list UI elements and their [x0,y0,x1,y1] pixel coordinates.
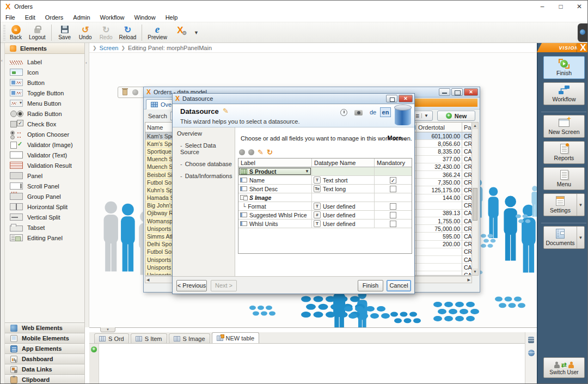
field-row-short-desc[interactable]: Short Desc TeText long [238,185,412,193]
horizontal-scrollbar-left[interactable]: ◀ [145,276,175,283]
ordertotal-cell[interactable]: 8,056.60 [416,140,462,148]
scroll-up-icon[interactable]: ▲ [472,123,478,129]
minimize-button[interactable] [439,88,450,96]
close-button[interactable]: ✕ [570,1,588,13]
more-link[interactable]: More... [388,135,407,141]
mandatory-checkbox[interactable] [390,212,396,218]
undo-button[interactable]: ↺Undo [76,23,95,42]
minimize-button[interactable]: – [533,1,552,13]
customer-row[interactable]: Beisbol Si! [145,171,175,179]
palette-collapse-rail[interactable]: ‹ [85,43,89,327]
column-header-pa[interactable]: Pa [462,123,471,132]
edit-pencil-icon[interactable]: ✎ [223,107,229,115]
customer-row[interactable]: Futbol Son [145,179,175,186]
mandatory-checkbox[interactable] [390,186,396,192]
field-row-whlsl-units[interactable]: Whlsl Units TUser defined [238,220,412,228]
mandatory-checkbox-checked[interactable]: ✓ [390,177,396,184]
payment-cell[interactable]: CRI [462,225,471,233]
menu-button[interactable]: Menu [543,167,585,190]
collapse-handle[interactable]: ▼ [100,327,115,332]
customer-row[interactable]: Ojibway Re [145,210,175,217]
new-record-button[interactable]: + New [437,111,475,121]
breadcrumb-screen[interactable]: Screen [100,45,119,51]
palette-header[interactable]: Elements [5,43,84,54]
palette-item[interactable]: Horizontal Split [5,202,84,212]
menu-item[interactable]: Help [161,14,183,21]
language-de[interactable]: de [370,109,376,115]
palette-item[interactable]: Editing Panel [5,233,84,243]
customer-row[interactable]: Unisports [145,256,175,264]
ordertotal-cell[interactable]: 377.00 [416,156,462,163]
ordertotal-cell[interactable]: 7,350.00 [416,179,462,186]
customer-row[interactable]: Sportique [145,148,175,155]
customer-row[interactable]: Futbol Son [145,248,175,256]
payment-cell[interactable]: CAS [462,148,471,155]
customer-row[interactable]: Muench Sp [145,163,175,171]
redo-button[interactable]: ↻Redo [97,23,115,42]
close-button[interactable]: ✕ [399,95,413,102]
screenshot-camera-icon[interactable] [354,110,363,115]
close-button[interactable]: ✕ [464,88,478,96]
next-button[interactable]: Next > [211,280,237,291]
menu-item[interactable]: Admin [68,14,95,21]
ordertotal-cell[interactable]: 601,100.00 [416,132,462,140]
payment-cell[interactable]: CRI [462,202,471,210]
finish-button[interactable]: Finish [543,56,585,79]
insert-disabled-icon[interactable] [239,149,245,155]
payment-cell[interactable]: CRI [462,179,471,186]
payment-cell[interactable]: CRI [462,132,471,140]
toolbar-dropdown-arrow-icon[interactable]: ▼ [194,30,199,35]
ordertotal-cell[interactable] [416,202,462,210]
palette-section-header[interactable]: Web Elements [5,322,84,333]
ordertotal-cell[interactable]: 1,755.00 [416,217,462,225]
customer-row[interactable]: Unisports [145,264,175,271]
maximize-button[interactable] [451,88,463,96]
ordertotal-cell[interactable] [416,256,462,264]
ordertotal-cell[interactable]: 144.00 [416,194,462,202]
ordertotal-cell[interactable]: 8,335.00 [416,148,462,155]
visionx-logo-icon[interactable]: X [577,42,588,53]
palette-item[interactable]: Button [5,77,84,88]
table-tab[interactable]: NEW table [212,332,260,343]
palette-item[interactable]: Radio Button [5,108,84,119]
table-tab[interactable]: S Image [169,333,210,343]
new-screen-button[interactable]: New Screen [543,115,585,138]
palette-item[interactable]: Toggle Button [5,88,84,98]
switch-user-button[interactable]: ⇄ Switch User [543,357,585,378]
table-select-combo[interactable]: S Product ▼ [239,168,311,175]
field-row-format[interactable]: └Format TUser defined [238,202,412,211]
palette-item[interactable]: Validation Result [5,160,84,170]
menu-item[interactable]: Window [130,14,161,21]
vertical-scrollbar[interactable]: ▲ ▼ [471,122,479,276]
delete-icon[interactable] [122,89,127,95]
left-collapse-rail[interactable]: ‹ [1,43,5,384]
documents-dropdown[interactable]: ▼ [577,227,584,248]
back-button[interactable]: «Back [7,23,25,42]
dialog-titlebar[interactable]: X Datasource ✕ [173,94,414,104]
payment-cell[interactable]: CRI [462,186,471,194]
palette-item[interactable]: Validator (Image) [5,139,84,150]
palette-item[interactable]: Option Chooser [5,129,84,139]
column-header-ordertotal[interactable]: Ordertotal [416,123,462,132]
wizard-step[interactable]: Choose database [173,158,235,170]
menu-item[interactable]: Edit [20,14,40,21]
field-row-name[interactable]: Name TText short ✓ [238,176,412,185]
customer-row[interactable]: Kam's Spor [145,140,175,148]
mandatory-checkbox[interactable] [390,203,396,210]
payment-cell[interactable]: CRI [462,140,471,148]
restore-button[interactable] [386,95,397,102]
horizontal-scrollbar-right[interactable]: ▶ [411,276,472,283]
finish-button[interactable]: Finish [358,280,383,291]
ordertotal-cell[interactable] [416,264,462,271]
reload-button[interactable]: ↻Reload [118,23,138,42]
previous-button[interactable]: < Previous [176,280,207,291]
refresh-icon[interactable]: ↻ [267,148,273,156]
payment-cell[interactable]: CRI [462,194,471,202]
cancel-button[interactable]: Cancel [387,280,411,291]
customer-row[interactable]: Delhi Sport [145,241,175,248]
ordertotal-cell[interactable]: 595.00 [416,233,462,240]
language-en-selected[interactable]: en [380,107,391,117]
add-row-icon[interactable]: + [91,346,97,352]
customer-row[interactable]: Kuhn's Spo [145,186,175,194]
wizard-step[interactable]: Overview [173,127,235,139]
